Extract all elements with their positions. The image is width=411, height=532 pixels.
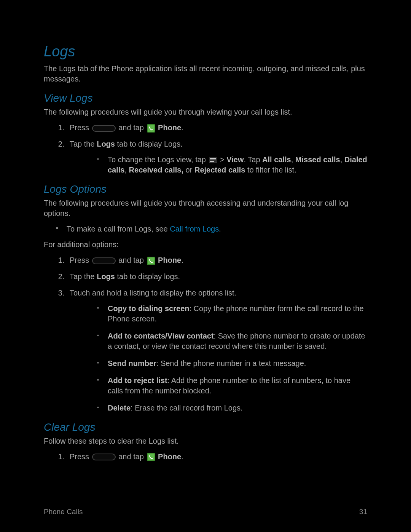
page: Logs The Logs tab of the Phone applicati… <box>0 0 411 532</box>
text: or <box>183 166 194 174</box>
phone-label: Phone <box>158 123 181 132</box>
text: Press <box>70 123 91 132</box>
view-logs-heading: View Logs <box>44 91 367 105</box>
text: . <box>181 123 183 132</box>
svg-rect-9 <box>148 454 155 460</box>
rejected-calls-label: Rejected calls <box>194 166 245 174</box>
opt-label: Add to contacts/View contact <box>108 332 214 340</box>
opt-label: Send number <box>108 359 156 367</box>
option-copy: Copy to dialing screen: Copy the phone n… <box>108 304 367 324</box>
text: To change the Logs view, tap <box>108 155 208 164</box>
text: > <box>218 155 227 164</box>
footer-section: Phone Calls <box>44 507 83 517</box>
view-label: View <box>226 155 244 164</box>
options-step-2: Tap the Logs tab to display logs. <box>67 272 367 282</box>
text: tab to display Logs. <box>115 140 183 148</box>
intro-text: The Logs tab of the Phone application li… <box>44 64 367 84</box>
missed-calls-label: Missed calls <box>295 155 340 164</box>
text: Tap the <box>70 272 97 281</box>
additional-options-text: For additional options: <box>44 240 367 250</box>
svg-rect-1 <box>148 125 155 132</box>
options-step-1: Press and tap Phone. <box>67 255 367 265</box>
opt-label: Delete <box>108 404 131 412</box>
options-step-3: Touch and hold a listing to display the … <box>67 288 367 413</box>
option-add-contacts: Add to contacts/View contact: Save the p… <box>108 331 367 351</box>
options-bullet: To make a call from Logs, see Call from … <box>67 224 367 234</box>
home-button-icon <box>92 454 116 460</box>
text: to filter the list. <box>245 166 296 174</box>
svg-rect-4 <box>210 160 216 160</box>
view-step-1: Press and tap Phone. <box>67 123 367 133</box>
options-steps: Press and tap Phone. Tap the Logs tab to… <box>67 255 367 413</box>
text: . <box>181 256 183 264</box>
view-sub-bullet: To change the Logs view, tap > View. Tap… <box>108 155 367 175</box>
option-add-reject: Add to reject list: Add the phone number… <box>108 375 367 396</box>
view-step-2: Tap the Logs tab to display Logs. To cha… <box>67 139 367 175</box>
view-logs-steps: Press and tap Phone. Tap the Logs tab to… <box>67 123 367 175</box>
call-from-logs-link[interactable]: Call from Logs <box>170 225 219 233</box>
view-logs-intro: The following procedures will guide you … <box>44 107 367 117</box>
footer: Phone Calls 31 <box>44 507 367 517</box>
clear-step-1: Press and tap Phone. <box>67 452 367 462</box>
phone-icon <box>147 257 155 265</box>
view-sub-bullets: To change the Logs view, tap > View. Tap… <box>108 155 367 175</box>
svg-rect-5 <box>210 161 214 162</box>
logs-label: Logs <box>97 272 115 281</box>
svg-rect-3 <box>210 158 216 159</box>
option-send-number: Send number: Send the phone number in a … <box>108 358 367 369</box>
logs-options-heading: Logs Options <box>44 182 367 197</box>
all-calls-label: All calls <box>262 155 291 164</box>
options-bullet-list: To make a call from Logs, see Call from … <box>67 224 367 234</box>
text: Tap the <box>70 140 97 148</box>
text: tab to display logs. <box>115 272 180 281</box>
text: . <box>219 225 221 233</box>
text: Press <box>70 452 91 461</box>
option-delete: Delete: Erase the call record from Logs. <box>108 403 367 413</box>
text: To make a call from Logs, see <box>67 225 170 233</box>
text: , <box>124 166 129 174</box>
phone-label: Phone <box>158 256 181 264</box>
text: and tap <box>116 452 146 461</box>
home-button-icon <box>92 125 116 132</box>
opt-text: : Erase the call record from Logs. <box>131 404 243 412</box>
text: and tap <box>116 123 146 132</box>
opt-label: Add to reject list <box>108 376 167 385</box>
page-title: Logs <box>44 42 367 61</box>
svg-rect-7 <box>148 257 155 264</box>
clear-logs-intro: Follow these steps to clear the Logs lis… <box>44 436 367 446</box>
text: and tap <box>116 256 146 264</box>
phone-icon <box>147 124 155 133</box>
text: Touch and hold a listing to display the … <box>70 289 236 297</box>
clear-logs-heading: Clear Logs <box>44 420 367 435</box>
options-sub-bullets: Copy to dialing screen: Copy the phone n… <box>108 304 367 413</box>
logs-options-intro: The following procedures will guide you … <box>44 198 367 219</box>
home-button-icon <box>92 257 116 264</box>
opt-text: : Send the phone number in a text messag… <box>156 359 306 367</box>
text: , <box>291 155 295 164</box>
received-calls-label: Received calls, <box>129 166 183 174</box>
opt-label: Copy to dialing screen <box>108 304 189 313</box>
text: . Tap <box>244 155 263 164</box>
text: . <box>181 452 183 461</box>
clear-logs-steps: Press and tap Phone. <box>67 452 367 462</box>
phone-label: Phone <box>158 452 181 461</box>
footer-page-number: 31 <box>359 507 367 517</box>
phone-icon <box>147 453 155 461</box>
menu-icon <box>209 157 217 163</box>
text: , <box>340 155 344 164</box>
logs-label: Logs <box>97 140 115 148</box>
text: Press <box>70 256 91 264</box>
